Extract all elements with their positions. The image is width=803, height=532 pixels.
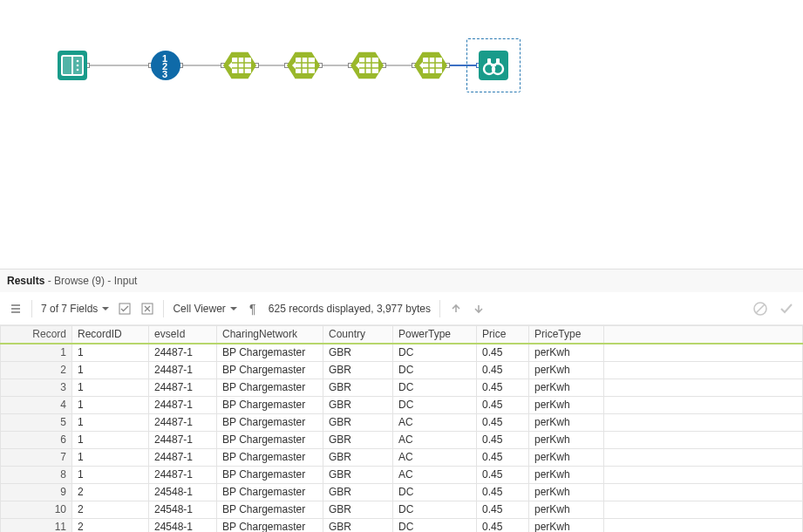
cell[interactable]: 1: [72, 344, 149, 362]
text-input-tool[interactable]: [58, 51, 87, 80]
cell[interactable]: 0.45: [477, 449, 529, 467]
cell[interactable]: 24487-1: [149, 397, 217, 414]
cell[interactable]: 1: [1, 344, 72, 362]
cell[interactable]: BP Chargemaster: [217, 501, 323, 519]
cell[interactable]: BP Chargemaster: [217, 397, 323, 414]
cell[interactable]: GBR: [323, 362, 393, 379]
cell[interactable]: GBR: [323, 449, 393, 467]
cell[interactable]: DC: [393, 397, 477, 414]
cell[interactable]: DC: [393, 362, 477, 379]
table-row[interactable]: 6124487-1BP ChargemasterGBRAC0.45perKwh: [1, 432, 803, 449]
cell[interactable]: GBR: [323, 414, 393, 432]
cell[interactable]: GBR: [323, 432, 393, 449]
cell[interactable]: 0.45: [477, 397, 529, 414]
cell[interactable]: perKwh: [529, 519, 604, 533]
cell[interactable]: 0.45: [477, 432, 529, 449]
col-recordid[interactable]: RecordID: [72, 326, 149, 344]
cell[interactable]: 24487-1: [149, 414, 217, 432]
cell[interactable]: 24487-1: [149, 449, 217, 467]
cell[interactable]: DC: [393, 344, 477, 362]
cell[interactable]: GBR: [323, 501, 393, 519]
cell[interactable]: perKwh: [529, 397, 604, 414]
cell[interactable]: 1: [72, 414, 149, 432]
cell[interactable]: AC: [393, 467, 477, 484]
cell[interactable]: GBR: [323, 379, 393, 397]
paragraph-icon[interactable]: ¶: [246, 302, 260, 316]
cell[interactable]: perKwh: [529, 432, 604, 449]
cell[interactable]: perKwh: [529, 467, 604, 484]
table-row[interactable]: 8124487-1BP ChargemasterGBRAC0.45perKwh: [1, 467, 803, 484]
cell[interactable]: BP Chargemaster: [217, 344, 323, 362]
arrow-down-icon[interactable]: [472, 302, 486, 316]
cell[interactable]: 3: [1, 379, 72, 397]
cell[interactable]: 2: [1, 362, 72, 379]
cell[interactable]: DC: [393, 484, 477, 501]
cell[interactable]: BP Chargemaster: [217, 432, 323, 449]
cell[interactable]: BP Chargemaster: [217, 519, 323, 533]
cell[interactable]: perKwh: [529, 344, 604, 362]
col-record[interactable]: Record: [1, 326, 72, 344]
apply-check-icon[interactable]: [779, 301, 794, 317]
cell[interactable]: DC: [393, 379, 477, 397]
cell[interactable]: AC: [393, 414, 477, 432]
table-row[interactable]: 1124487-1BP ChargemasterGBRDC0.45perKwh: [1, 344, 803, 362]
cancel-filter-icon[interactable]: [140, 302, 154, 316]
cell[interactable]: AC: [393, 449, 477, 467]
cell[interactable]: 7: [1, 449, 72, 467]
col-evseid[interactable]: evseId: [149, 326, 217, 344]
cell[interactable]: 1: [72, 449, 149, 467]
cell[interactable]: 1: [72, 397, 149, 414]
cell[interactable]: 5: [1, 414, 72, 432]
cell[interactable]: 11: [1, 519, 72, 533]
cell[interactable]: BP Chargemaster: [217, 484, 323, 501]
cell[interactable]: 2: [72, 501, 149, 519]
cell[interactable]: 24548-1: [149, 501, 217, 519]
cell[interactable]: BP Chargemaster: [217, 449, 323, 467]
select-tool-2[interactable]: [287, 51, 320, 80]
cell[interactable]: GBR: [323, 484, 393, 501]
cell[interactable]: 1: [72, 379, 149, 397]
disable-icon[interactable]: [752, 301, 768, 317]
cell[interactable]: 2: [72, 484, 149, 501]
fields-dropdown[interactable]: 7 of 7 Fields: [41, 303, 109, 315]
table-row[interactable]: 10224548-1BP ChargemasterGBRDC0.45perKwh: [1, 501, 803, 519]
menu-icon[interactable]: [9, 302, 23, 316]
cell[interactable]: DC: [393, 519, 477, 533]
select-tool-4[interactable]: [414, 51, 447, 80]
table-row[interactable]: 9224548-1BP ChargemasterGBRDC0.45perKwh: [1, 484, 803, 501]
col-powertype[interactable]: PowerType: [393, 326, 477, 344]
cell[interactable]: 0.45: [477, 501, 529, 519]
col-country[interactable]: Country: [323, 326, 393, 344]
table-row[interactable]: 7124487-1BP ChargemasterGBRAC0.45perKwh: [1, 449, 803, 467]
cell[interactable]: DC: [393, 501, 477, 519]
validate-icon[interactable]: [118, 302, 132, 316]
select-tool-3[interactable]: [350, 51, 384, 80]
cell[interactable]: 0.45: [477, 467, 529, 484]
cell[interactable]: GBR: [323, 519, 393, 533]
cell[interactable]: GBR: [323, 397, 393, 414]
cell-viewer-dropdown[interactable]: Cell Viewer: [173, 303, 236, 315]
cell[interactable]: perKwh: [529, 449, 604, 467]
cell[interactable]: 2: [72, 519, 149, 533]
cell[interactable]: 1: [72, 362, 149, 379]
connector[interactable]: [180, 65, 223, 66]
record-id-tool[interactable]: [151, 51, 180, 80]
cell[interactable]: 24548-1: [149, 484, 217, 501]
cell[interactable]: 0.45: [477, 414, 529, 432]
cell[interactable]: 24487-1: [149, 379, 217, 397]
cell[interactable]: BP Chargemaster: [217, 467, 323, 484]
cell[interactable]: 24487-1: [149, 362, 217, 379]
cell[interactable]: BP Chargemaster: [217, 379, 323, 397]
table-row[interactable]: 11224548-1BP ChargemasterGBRDC0.45perKwh: [1, 519, 803, 533]
cell[interactable]: perKwh: [529, 414, 604, 432]
cell[interactable]: 24548-1: [149, 519, 217, 533]
cell[interactable]: BP Chargemaster: [217, 362, 323, 379]
cell[interactable]: 24487-1: [149, 432, 217, 449]
arrow-up-icon[interactable]: [449, 302, 463, 316]
cell[interactable]: perKwh: [529, 501, 604, 519]
connector[interactable]: [256, 65, 287, 66]
connector[interactable]: [87, 65, 151, 66]
connector[interactable]: [384, 65, 414, 66]
cell[interactable]: perKwh: [529, 484, 604, 501]
cell[interactable]: AC: [393, 432, 477, 449]
